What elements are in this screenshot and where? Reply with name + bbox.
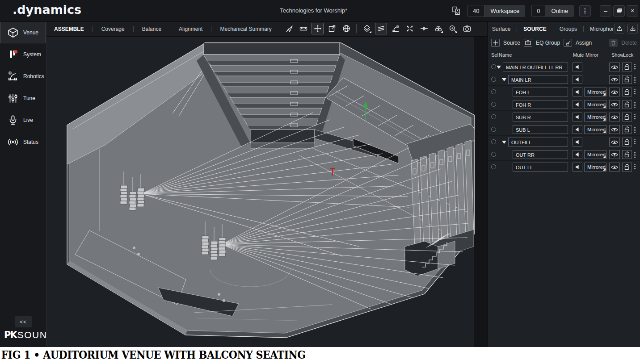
show-button[interactable] (609, 88, 620, 96)
drag-handle[interactable] (634, 89, 636, 95)
drag-handle[interactable] (634, 102, 636, 108)
workspace-switcher[interactable]: 40 Workspace (467, 5, 525, 17)
select-radio[interactable] (491, 164, 496, 169)
tab-surface[interactable]: Surface (492, 26, 517, 32)
mute-button[interactable] (573, 75, 582, 84)
drag-handle[interactable] (634, 152, 636, 158)
move-icon[interactable] (312, 23, 324, 34)
connector-icon[interactable] (418, 23, 430, 34)
sidebar-item-status[interactable]: Status (0, 131, 46, 153)
mute-button[interactable] (573, 113, 582, 121)
lock-button[interactable] (622, 88, 632, 96)
share-view-icon[interactable] (326, 23, 338, 34)
show-button[interactable] (609, 138, 620, 146)
show-button[interactable] (609, 100, 620, 109)
tab-assemble[interactable]: ASSEMBLE (54, 26, 93, 32)
select-radio[interactable] (491, 89, 496, 94)
binoculars-icon[interactable] (432, 23, 444, 34)
mute-button[interactable] (573, 88, 582, 96)
pointer-icon[interactable] (283, 23, 295, 34)
zoom-in-icon[interactable] (446, 23, 459, 34)
mirror-dropdown[interactable]: Mirrored (584, 100, 606, 109)
venue-3d-view[interactable] (46, 37, 487, 347)
source-name-input[interactable] (513, 88, 568, 96)
source-name-input[interactable] (513, 163, 568, 172)
mirror-dropdown[interactable]: Mirrored (584, 150, 606, 159)
show-button[interactable] (609, 125, 620, 134)
tab-balance[interactable]: Balance (134, 26, 170, 32)
globe-icon[interactable] (340, 23, 352, 34)
source-name-input[interactable] (513, 151, 568, 159)
online-indicator[interactable]: 0 Online (531, 5, 574, 17)
lock-button[interactable] (622, 163, 632, 172)
close-button[interactable]: × (627, 5, 638, 17)
source-name-input[interactable] (509, 138, 568, 146)
show-button[interactable] (609, 113, 620, 121)
tab-mechanical-summary[interactable]: Mechanical Summary (211, 26, 280, 32)
mute-button[interactable] (573, 63, 582, 71)
source-name-input[interactable] (513, 113, 568, 121)
mirror-dropdown[interactable]: Mirrored (584, 88, 606, 96)
mute-button[interactable] (573, 163, 582, 172)
lock-button[interactable] (622, 63, 632, 71)
fit-view-icon[interactable] (404, 23, 416, 34)
drag-handle[interactable] (634, 114, 636, 120)
source-name-input[interactable] (509, 76, 568, 84)
show-button[interactable] (609, 63, 620, 71)
tab-source[interactable]: SOURCE (517, 26, 553, 32)
device-speaker-icon[interactable] (451, 6, 461, 16)
select-radio[interactable] (491, 139, 496, 144)
sidebar-item-tune[interactable]: Tune (0, 87, 46, 109)
lock-button[interactable] (622, 138, 632, 146)
minimize-button[interactable]: – (600, 5, 611, 17)
sidebar-item-system[interactable]: System (0, 43, 46, 65)
sidebar-collapse-button[interactable]: << (15, 316, 32, 327)
mute-button[interactable] (573, 125, 582, 134)
lock-button[interactable] (622, 75, 632, 84)
mirror-dropdown[interactable]: Mirrored (584, 125, 606, 134)
assign-button[interactable]: Assign (564, 39, 592, 47)
mute-button[interactable] (573, 100, 582, 109)
select-radio[interactable] (491, 64, 496, 69)
import-icon[interactable] (627, 24, 638, 33)
mirror-dropdown[interactable]: Mirrored (584, 163, 606, 172)
select-radio[interactable] (491, 114, 496, 119)
drag-handle[interactable] (634, 64, 636, 70)
show-button[interactable] (609, 150, 620, 159)
select-radio[interactable] (491, 77, 496, 82)
add-source-button[interactable]: Source (491, 39, 520, 47)
drag-handle[interactable] (634, 164, 636, 170)
select-radio[interactable] (491, 127, 496, 132)
select-radio[interactable] (491, 152, 496, 157)
measure-icon[interactable] (297, 23, 309, 34)
robotic-arm-icon[interactable] (389, 23, 401, 34)
tab-alignment[interactable]: Alignment (170, 26, 211, 32)
drag-handle[interactable] (634, 139, 636, 145)
lock-button[interactable] (622, 125, 632, 134)
mute-button[interactable] (573, 150, 582, 159)
tab-groups[interactable]: Groups (553, 26, 584, 32)
source-name-input[interactable] (513, 101, 568, 109)
overflow-menu-button[interactable]: ⋮ (579, 5, 591, 17)
camera-icon[interactable] (461, 23, 473, 34)
collapse-toggle-icon[interactable] (497, 66, 501, 69)
lock-button[interactable] (622, 150, 632, 159)
source-name-input[interactable] (503, 63, 568, 71)
show-button[interactable] (609, 163, 620, 172)
collapse-toggle-icon[interactable] (502, 78, 506, 81)
drag-handle[interactable] (634, 127, 636, 133)
export-icon[interactable] (614, 24, 624, 33)
lock-button[interactable] (622, 100, 632, 109)
coverage-lines-icon[interactable] (375, 23, 387, 34)
viewport[interactable] (46, 37, 487, 347)
collapse-toggle-icon[interactable] (502, 141, 506, 144)
tab-coverage[interactable]: Coverage (93, 26, 134, 32)
lock-button[interactable] (622, 113, 632, 121)
drag-handle[interactable] (634, 77, 636, 83)
sidebar-item-venue[interactable]: Venue (0, 21, 46, 43)
sidebar-item-robotics[interactable]: Robotics (0, 65, 46, 87)
mirror-dropdown[interactable]: Mirrored (584, 113, 606, 121)
select-radio[interactable] (491, 102, 496, 107)
show-button[interactable] (609, 75, 620, 84)
eq-group-button[interactable]: EQ Group (524, 39, 560, 47)
